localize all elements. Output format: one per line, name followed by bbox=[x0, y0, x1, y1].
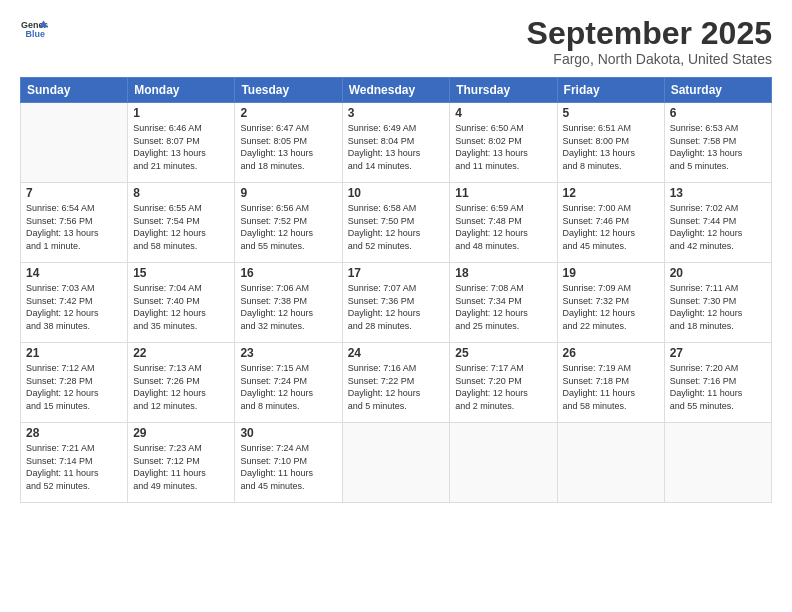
calendar-cell: 26Sunrise: 7:19 AM Sunset: 7:18 PM Dayli… bbox=[557, 343, 664, 423]
day-info: Sunrise: 6:59 AM Sunset: 7:48 PM Dayligh… bbox=[455, 202, 551, 252]
calendar-cell: 7Sunrise: 6:54 AM Sunset: 7:56 PM Daylig… bbox=[21, 183, 128, 263]
day-info: Sunrise: 6:51 AM Sunset: 8:00 PM Dayligh… bbox=[563, 122, 659, 172]
day-info: Sunrise: 7:02 AM Sunset: 7:44 PM Dayligh… bbox=[670, 202, 766, 252]
column-header-thursday: Thursday bbox=[450, 78, 557, 103]
day-info: Sunrise: 6:47 AM Sunset: 8:05 PM Dayligh… bbox=[240, 122, 336, 172]
column-header-wednesday: Wednesday bbox=[342, 78, 450, 103]
calendar-cell: 14Sunrise: 7:03 AM Sunset: 7:42 PM Dayli… bbox=[21, 263, 128, 343]
calendar-week-row: 7Sunrise: 6:54 AM Sunset: 7:56 PM Daylig… bbox=[21, 183, 772, 263]
day-info: Sunrise: 7:12 AM Sunset: 7:28 PM Dayligh… bbox=[26, 362, 122, 412]
calendar-cell: 30Sunrise: 7:24 AM Sunset: 7:10 PM Dayli… bbox=[235, 423, 342, 503]
calendar-cell: 24Sunrise: 7:16 AM Sunset: 7:22 PM Dayli… bbox=[342, 343, 450, 423]
calendar-cell: 28Sunrise: 7:21 AM Sunset: 7:14 PM Dayli… bbox=[21, 423, 128, 503]
calendar-cell: 27Sunrise: 7:20 AM Sunset: 7:16 PM Dayli… bbox=[664, 343, 771, 423]
column-header-sunday: Sunday bbox=[21, 78, 128, 103]
day-number: 17 bbox=[348, 266, 445, 280]
day-number: 3 bbox=[348, 106, 445, 120]
day-number: 27 bbox=[670, 346, 766, 360]
page-header: General Blue September 2025 Fargo, North… bbox=[20, 16, 772, 67]
calendar-cell bbox=[450, 423, 557, 503]
day-info: Sunrise: 7:00 AM Sunset: 7:46 PM Dayligh… bbox=[563, 202, 659, 252]
calendar-cell bbox=[342, 423, 450, 503]
day-number: 23 bbox=[240, 346, 336, 360]
calendar-week-row: 21Sunrise: 7:12 AM Sunset: 7:28 PM Dayli… bbox=[21, 343, 772, 423]
calendar-cell: 25Sunrise: 7:17 AM Sunset: 7:20 PM Dayli… bbox=[450, 343, 557, 423]
day-number: 2 bbox=[240, 106, 336, 120]
column-header-monday: Monday bbox=[128, 78, 235, 103]
day-number: 22 bbox=[133, 346, 229, 360]
day-number: 15 bbox=[133, 266, 229, 280]
day-number: 6 bbox=[670, 106, 766, 120]
day-number: 29 bbox=[133, 426, 229, 440]
day-number: 14 bbox=[26, 266, 122, 280]
day-number: 13 bbox=[670, 186, 766, 200]
calendar-week-row: 14Sunrise: 7:03 AM Sunset: 7:42 PM Dayli… bbox=[21, 263, 772, 343]
day-number: 5 bbox=[563, 106, 659, 120]
day-number: 8 bbox=[133, 186, 229, 200]
calendar-header-row: SundayMondayTuesdayWednesdayThursdayFrid… bbox=[21, 78, 772, 103]
day-number: 9 bbox=[240, 186, 336, 200]
day-info: Sunrise: 6:56 AM Sunset: 7:52 PM Dayligh… bbox=[240, 202, 336, 252]
column-header-tuesday: Tuesday bbox=[235, 78, 342, 103]
day-number: 16 bbox=[240, 266, 336, 280]
calendar-cell: 18Sunrise: 7:08 AM Sunset: 7:34 PM Dayli… bbox=[450, 263, 557, 343]
location: Fargo, North Dakota, United States bbox=[527, 51, 772, 67]
calendar-cell: 29Sunrise: 7:23 AM Sunset: 7:12 PM Dayli… bbox=[128, 423, 235, 503]
day-info: Sunrise: 6:58 AM Sunset: 7:50 PM Dayligh… bbox=[348, 202, 445, 252]
calendar-cell: 23Sunrise: 7:15 AM Sunset: 7:24 PM Dayli… bbox=[235, 343, 342, 423]
calendar-cell: 20Sunrise: 7:11 AM Sunset: 7:30 PM Dayli… bbox=[664, 263, 771, 343]
day-info: Sunrise: 7:07 AM Sunset: 7:36 PM Dayligh… bbox=[348, 282, 445, 332]
day-info: Sunrise: 7:23 AM Sunset: 7:12 PM Dayligh… bbox=[133, 442, 229, 492]
day-info: Sunrise: 7:16 AM Sunset: 7:22 PM Dayligh… bbox=[348, 362, 445, 412]
day-info: Sunrise: 7:17 AM Sunset: 7:20 PM Dayligh… bbox=[455, 362, 551, 412]
day-number: 4 bbox=[455, 106, 551, 120]
day-number: 7 bbox=[26, 186, 122, 200]
day-number: 30 bbox=[240, 426, 336, 440]
calendar-cell bbox=[664, 423, 771, 503]
day-number: 19 bbox=[563, 266, 659, 280]
calendar-cell: 5Sunrise: 6:51 AM Sunset: 8:00 PM Daylig… bbox=[557, 103, 664, 183]
calendar-cell: 10Sunrise: 6:58 AM Sunset: 7:50 PM Dayli… bbox=[342, 183, 450, 263]
calendar-week-row: 28Sunrise: 7:21 AM Sunset: 7:14 PM Dayli… bbox=[21, 423, 772, 503]
day-number: 11 bbox=[455, 186, 551, 200]
column-header-friday: Friday bbox=[557, 78, 664, 103]
day-info: Sunrise: 6:55 AM Sunset: 7:54 PM Dayligh… bbox=[133, 202, 229, 252]
day-info: Sunrise: 7:04 AM Sunset: 7:40 PM Dayligh… bbox=[133, 282, 229, 332]
logo: General Blue bbox=[20, 16, 52, 44]
calendar: SundayMondayTuesdayWednesdayThursdayFrid… bbox=[20, 77, 772, 503]
calendar-cell: 1Sunrise: 6:46 AM Sunset: 8:07 PM Daylig… bbox=[128, 103, 235, 183]
day-info: Sunrise: 7:19 AM Sunset: 7:18 PM Dayligh… bbox=[563, 362, 659, 412]
calendar-cell: 6Sunrise: 6:53 AM Sunset: 7:58 PM Daylig… bbox=[664, 103, 771, 183]
calendar-cell: 9Sunrise: 6:56 AM Sunset: 7:52 PM Daylig… bbox=[235, 183, 342, 263]
day-info: Sunrise: 6:54 AM Sunset: 7:56 PM Dayligh… bbox=[26, 202, 122, 252]
calendar-cell bbox=[21, 103, 128, 183]
day-info: Sunrise: 7:13 AM Sunset: 7:26 PM Dayligh… bbox=[133, 362, 229, 412]
day-number: 24 bbox=[348, 346, 445, 360]
calendar-cell: 3Sunrise: 6:49 AM Sunset: 8:04 PM Daylig… bbox=[342, 103, 450, 183]
svg-text:Blue: Blue bbox=[26, 29, 45, 39]
calendar-cell: 2Sunrise: 6:47 AM Sunset: 8:05 PM Daylig… bbox=[235, 103, 342, 183]
day-info: Sunrise: 7:20 AM Sunset: 7:16 PM Dayligh… bbox=[670, 362, 766, 412]
calendar-cell bbox=[557, 423, 664, 503]
column-header-saturday: Saturday bbox=[664, 78, 771, 103]
day-number: 21 bbox=[26, 346, 122, 360]
day-info: Sunrise: 7:24 AM Sunset: 7:10 PM Dayligh… bbox=[240, 442, 336, 492]
day-info: Sunrise: 7:15 AM Sunset: 7:24 PM Dayligh… bbox=[240, 362, 336, 412]
logo-icon: General Blue bbox=[20, 16, 48, 44]
calendar-week-row: 1Sunrise: 6:46 AM Sunset: 8:07 PM Daylig… bbox=[21, 103, 772, 183]
calendar-cell: 13Sunrise: 7:02 AM Sunset: 7:44 PM Dayli… bbox=[664, 183, 771, 263]
day-number: 25 bbox=[455, 346, 551, 360]
day-number: 1 bbox=[133, 106, 229, 120]
day-info: Sunrise: 7:03 AM Sunset: 7:42 PM Dayligh… bbox=[26, 282, 122, 332]
calendar-cell: 15Sunrise: 7:04 AM Sunset: 7:40 PM Dayli… bbox=[128, 263, 235, 343]
calendar-cell: 12Sunrise: 7:00 AM Sunset: 7:46 PM Dayli… bbox=[557, 183, 664, 263]
calendar-cell: 4Sunrise: 6:50 AM Sunset: 8:02 PM Daylig… bbox=[450, 103, 557, 183]
day-number: 12 bbox=[563, 186, 659, 200]
day-info: Sunrise: 6:46 AM Sunset: 8:07 PM Dayligh… bbox=[133, 122, 229, 172]
day-info: Sunrise: 7:11 AM Sunset: 7:30 PM Dayligh… bbox=[670, 282, 766, 332]
day-number: 10 bbox=[348, 186, 445, 200]
calendar-cell: 16Sunrise: 7:06 AM Sunset: 7:38 PM Dayli… bbox=[235, 263, 342, 343]
title-block: September 2025 Fargo, North Dakota, Unit… bbox=[527, 16, 772, 67]
day-info: Sunrise: 7:08 AM Sunset: 7:34 PM Dayligh… bbox=[455, 282, 551, 332]
calendar-cell: 8Sunrise: 6:55 AM Sunset: 7:54 PM Daylig… bbox=[128, 183, 235, 263]
